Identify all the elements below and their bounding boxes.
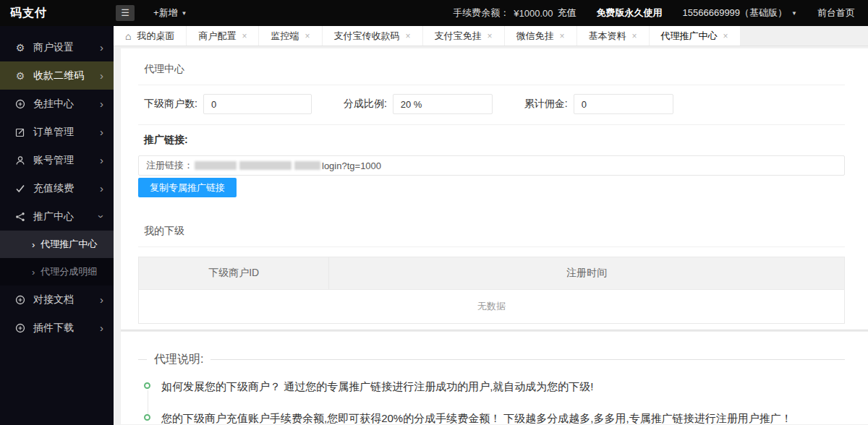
chevron-right-icon: ›	[32, 267, 35, 278]
app-logo: 码支付	[0, 6, 114, 21]
stat-label: 分成比例:	[344, 98, 387, 111]
tab-alipay-qr-upload[interactable]: 支付宝传收款码 ×	[323, 26, 423, 46]
close-icon[interactable]: ×	[723, 31, 728, 41]
note-item: 如何发展您的下级商户？ 通过您的专属推广链接进行注册成功的用户,就自动成为您的下…	[144, 380, 845, 394]
redacted-link-segment	[239, 161, 292, 170]
chevron-right-icon: ›	[100, 70, 103, 81]
sidebar: ⚙ 商户设置 › ⚙ 收款二维码 › 免挂中心 › 订单管理 ›	[0, 26, 114, 425]
coin-icon	[14, 323, 26, 333]
section-divider	[121, 330, 868, 332]
chevron-right-icon: ›	[100, 155, 103, 166]
user-icon	[14, 155, 26, 166]
chevron-right-icon: ›	[100, 126, 103, 137]
chevron-right-icon: ›	[100, 294, 103, 305]
tab-label: 我的桌面	[137, 30, 174, 43]
tab-label: 微信免挂	[516, 30, 554, 43]
tab-merchant-config[interactable]: 商户配置 ×	[187, 26, 259, 46]
caret-down-icon: ▼	[791, 10, 797, 17]
sidebar-item-order-management[interactable]: 订单管理 ›	[0, 118, 114, 146]
subordinate-count-input[interactable]	[203, 94, 312, 114]
main-area: ⌂ 我的桌面 商户配置 × 监控端 × 支付宝传收款码 × 支付宝免挂 × 微信…	[114, 26, 868, 425]
sidebar-item-label: 插件下载	[33, 322, 74, 335]
fee-balance: 手续费余额： ¥1000.00 充值	[453, 7, 576, 20]
notes-list: 如何发展您的下级商户？ 通过您的专属推广链接进行注册成功的用户,就自动成为您的下…	[138, 380, 845, 425]
tab-wechat-free-hang[interactable]: 微信免挂 ×	[505, 26, 577, 46]
timeline-dot-icon	[144, 414, 150, 421]
tab-label: 监控端	[271, 30, 299, 43]
sidebar-item-merchant-settings[interactable]: ⚙ 商户设置 ›	[0, 33, 114, 61]
tab-agent-promotion-center[interactable]: 代理推广中心 ×	[650, 26, 741, 46]
gear-icon: ⚙	[14, 42, 26, 53]
stat-label: 下级商户数:	[144, 98, 197, 111]
account-label: 15566669999（基础版）	[683, 7, 788, 20]
timeline-dot-icon	[144, 382, 150, 389]
stat-label: 累计佣金:	[524, 98, 568, 111]
sidebar-item-promotion-center[interactable]: 推广中心 ›	[0, 202, 114, 231]
app-window: 码支付 ☰ +新增 ▼ 手续费余额： ¥1000.00 充值 免费版永久使用 1…	[0, 0, 868, 425]
total-commission-input[interactable]	[574, 94, 673, 114]
sidebar-submenu: › 代理推广中心 › 代理分成明细	[0, 231, 114, 286]
page-body: 代理中心 下级商户数: 分成比例: 累计佣金:	[114, 46, 868, 424]
chevron-down-icon: ›	[96, 215, 107, 218]
sidebar-subitem-agent-promotion-center[interactable]: › 代理推广中心	[0, 231, 114, 258]
tab-basic-info[interactable]: 基本资料 ×	[577, 26, 650, 46]
sidebar-subitem-label: 代理分成明细	[41, 265, 97, 278]
close-icon[interactable]: ×	[406, 31, 411, 41]
sidebar-item-payment-qrcode[interactable]: ⚙ 收款二维码 ›	[0, 61, 114, 90]
content-panel: 代理中心 下级商户数: 分成比例: 累计佣金:	[121, 48, 868, 424]
sidebar-item-recharge-renewal[interactable]: 充值续费 ›	[0, 174, 114, 202]
coin-icon	[14, 99, 26, 109]
sidebar-item-plugin-download[interactable]: 插件下载 ›	[0, 314, 114, 342]
tab-monitor[interactable]: 监控端 ×	[259, 26, 322, 46]
copy-promo-link-button[interactable]: 复制专属推广链接	[138, 178, 237, 197]
chevron-right-icon: ›	[100, 183, 103, 194]
stat-total-commission: 累计佣金:	[524, 94, 673, 114]
account-dropdown[interactable]: 15566669999（基础版） ▼	[683, 7, 797, 20]
subordinates-title: 我的下级	[138, 220, 845, 246]
sidebar-item-account-management[interactable]: 账号管理 ›	[0, 146, 114, 174]
front-home-link[interactable]: 前台首页	[817, 7, 855, 20]
tab-desktop[interactable]: ⌂ 我的桌面	[114, 26, 187, 46]
share-icon	[14, 212, 26, 222]
notes-field-title: 代理说明:	[138, 359, 845, 360]
sidebar-item-docs[interactable]: 对接文档 ›	[0, 286, 114, 314]
hamburger-icon[interactable]: ☰	[116, 5, 135, 21]
fee-balance-value: ¥1000.00	[514, 8, 553, 19]
note-text: 您的下级商户充值账户手续费余额,您即可获得20%的分成手续费金额！ 下级越多分成…	[161, 412, 792, 424]
close-icon[interactable]: ×	[242, 31, 247, 41]
coin-icon	[14, 295, 26, 305]
subordinates-table: 下级商户ID 注册时间 无数据	[138, 257, 845, 324]
sidebar-item-label: 商户设置	[33, 41, 74, 54]
chevron-right-icon: ›	[100, 322, 103, 333]
topbar-left: ☰ +新增 ▼	[114, 5, 187, 21]
add-new-label: +新增	[153, 7, 178, 20]
close-icon[interactable]: ×	[488, 31, 493, 41]
tab-label: 支付宝传收款码	[334, 30, 400, 43]
sidebar-item-free-hang-center[interactable]: 免挂中心 ›	[0, 90, 114, 118]
commission-ratio-input[interactable]	[393, 94, 493, 114]
promo-link-box: 注册链接： login?tg=1000	[138, 155, 845, 176]
sidebar-item-label: 充值续费	[33, 182, 74, 195]
recharge-link[interactable]: 充值	[558, 7, 576, 20]
tab-bar: ⌂ 我的桌面 商户配置 × 监控端 × 支付宝传收款码 × 支付宝免挂 × 微信…	[114, 26, 868, 46]
column-header-subordinate-id: 下级商户ID	[139, 257, 329, 289]
chevron-right-icon: ›	[32, 239, 35, 250]
sidebar-subitem-label: 代理推广中心	[41, 238, 97, 251]
check-icon	[14, 184, 26, 194]
sidebar-subitem-agent-commission-details[interactable]: › 代理分成明细	[0, 258, 114, 286]
close-icon[interactable]: ×	[632, 31, 637, 41]
stat-subordinate-count: 下级商户数:	[144, 94, 312, 114]
sidebar-item-label: 对接文档	[33, 293, 74, 306]
stats-row: 下级商户数: 分成比例: 累计佣金:	[138, 85, 845, 124]
close-icon[interactable]: ×	[560, 31, 565, 41]
register-link-suffix: login?tg=1000	[322, 160, 381, 171]
tab-label: 支付宝免挂	[435, 30, 482, 43]
caret-down-icon: ▼	[182, 10, 187, 17]
table-header-row: 下级商户ID 注册时间	[139, 257, 844, 289]
license-badge: 免费版永久使用	[597, 7, 663, 20]
edit-icon	[14, 127, 26, 137]
add-new-button[interactable]: +新增 ▼	[153, 7, 187, 20]
redacted-link-segment	[294, 161, 320, 170]
tab-alipay-free-hang[interactable]: 支付宝免挂 ×	[423, 26, 505, 46]
close-icon[interactable]: ×	[305, 31, 310, 41]
